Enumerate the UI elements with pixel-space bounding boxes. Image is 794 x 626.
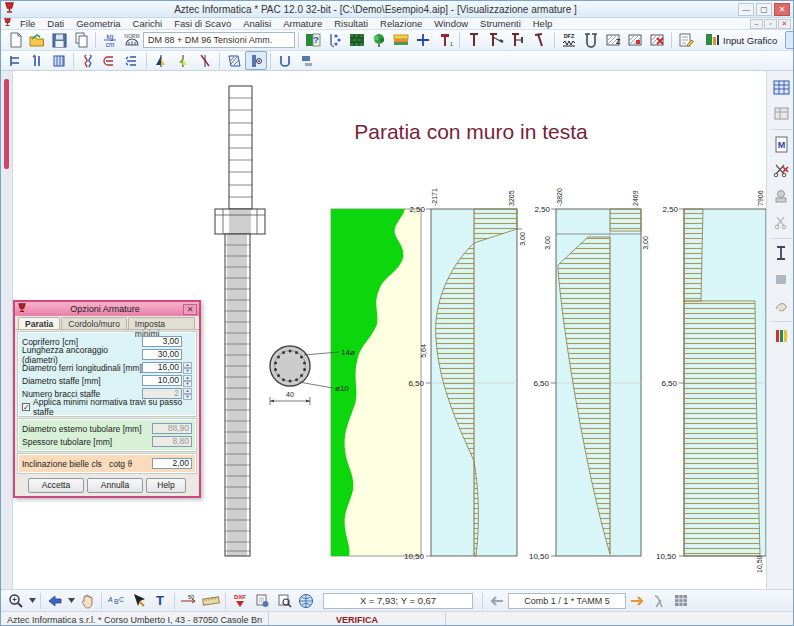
table-icon[interactable] [769, 75, 793, 99]
diametro-staffe-field[interactable]: 10,00 [142, 375, 182, 386]
hatch-icon[interactable] [624, 31, 646, 50]
fill-square-icon[interactable] [769, 267, 793, 291]
menu-window[interactable]: Window [428, 18, 474, 29]
hatch-delete-icon[interactable] [646, 31, 668, 50]
stirrup-double-icon[interactable] [121, 51, 143, 70]
bricks-icon[interactable] [346, 31, 368, 50]
wall-section-icon[interactable] [4, 51, 26, 70]
pile-hammer-icon[interactable]: 1 [434, 31, 456, 50]
pile-anchor-icon[interactable] [485, 31, 507, 50]
hatch-z-icon[interactable]: Z [602, 31, 624, 50]
shear-diagram-icon[interactable] [172, 51, 194, 70]
legend-icon[interactable] [296, 51, 318, 70]
vegetation-icon[interactable] [368, 31, 390, 50]
stirrup-e-icon[interactable] [99, 51, 121, 70]
analysis-question-icon[interactable]: ? [302, 31, 324, 50]
pile-icon[interactable] [463, 31, 485, 50]
stamp-icon[interactable] [769, 184, 793, 208]
pile-plate-icon[interactable] [507, 31, 529, 50]
menu-dati[interactable]: Dati [41, 18, 70, 29]
accetta-button[interactable]: Accetta [28, 478, 84, 493]
text-t-icon[interactable]: T [149, 591, 171, 610]
minimize-button[interactable]: — [738, 3, 754, 16]
ibeam-icon[interactable] [769, 241, 793, 265]
u-profile-icon[interactable] [274, 51, 296, 70]
menu-help[interactable]: Help [527, 18, 559, 29]
next-comb-icon[interactable] [626, 591, 648, 610]
ferri-longitudinali-field[interactable]: 16,00 [142, 362, 182, 373]
grid-icon[interactable] [670, 591, 692, 610]
report-m-icon[interactable]: M [769, 132, 793, 156]
menu-geometria[interactable]: Geometria [70, 18, 126, 29]
menu-fasi-di-scavo[interactable]: Fasi di Scavo [168, 18, 237, 29]
grafica-button[interactable]: Grafica [785, 31, 794, 49]
notes-icon[interactable] [675, 31, 697, 50]
tab-imposta-minimi[interactable]: Imposta minimi [128, 317, 195, 329]
tab-cordolo-muro[interactable]: Cordolo/muro [61, 317, 127, 329]
pressure-line-icon[interactable] [194, 51, 216, 70]
zoom-menu-arrow-icon[interactable] [27, 591, 37, 610]
copy-icon[interactable] [70, 31, 92, 50]
normative-selector[interactable]: DM 88 + DM 96 Tensioni Amm. [143, 32, 295, 48]
dock-handle[interactable] [4, 79, 9, 169]
dialog-title-bar[interactable]: Opzioni Armature ✕ [15, 302, 199, 316]
mdi-restore-button[interactable]: ▫ [764, 19, 777, 29]
normative-icon[interactable]: NORM [121, 31, 143, 50]
cut-remove-icon[interactable] [769, 158, 793, 182]
pile-section-icon[interactable] [245, 51, 267, 70]
menu-analisi[interactable]: Analisi [237, 18, 277, 29]
lambda-icon[interactable] [648, 591, 670, 610]
menu-armature[interactable]: Armature [277, 18, 328, 29]
dialog-close-icon[interactable]: ✕ [183, 304, 197, 315]
moment-diagram-icon[interactable] [150, 51, 172, 70]
zoom-icon[interactable] [5, 591, 27, 610]
color-bars-icon[interactable] [769, 324, 793, 348]
help-button[interactable]: Help [146, 478, 186, 493]
soil-layers-icon[interactable] [390, 31, 412, 50]
menu-relazione[interactable]: Relazione [374, 18, 428, 29]
annulla-button[interactable]: Annulla [87, 478, 143, 493]
rebar-mesh-icon[interactable] [48, 51, 70, 70]
stirrup-s-icon[interactable] [77, 51, 99, 70]
units-kgcm-icon[interactable]: kgcm [99, 31, 121, 50]
rebar-vertical-icon[interactable] [26, 51, 48, 70]
ferri-longitudinali-spinner[interactable]: ▲▼ [183, 362, 192, 373]
text-abc-icon[interactable]: ABC [105, 591, 127, 610]
menu-file[interactable]: File [14, 18, 41, 29]
sketch-icon[interactable] [769, 293, 793, 317]
print-setup-icon[interactable] [251, 591, 273, 610]
web-globe-icon[interactable] [295, 591, 317, 610]
spring-dfz-icon[interactable]: DFZ [558, 31, 580, 50]
menu-strumenti[interactable]: Strumenti [474, 18, 527, 29]
prev-comb-icon[interactable] [486, 591, 508, 610]
bielle-field[interactable]: 2,00 [152, 458, 192, 469]
combination-selector[interactable]: Comb 1 / 1 * TAMM 5 [508, 593, 626, 609]
input-grafico-button[interactable]: Input Grafico [697, 31, 785, 49]
save-icon[interactable] [48, 31, 70, 50]
cut-icon[interactable] [769, 210, 793, 234]
numbering-icon[interactable] [324, 31, 346, 50]
open-folder-icon[interactable] [26, 31, 48, 50]
ancoraggio-field[interactable]: 30,00 [142, 349, 182, 360]
tab-paratia[interactable]: Paratia [18, 317, 60, 329]
maximize-button[interactable]: ▢ [756, 3, 772, 16]
undo-view-icon[interactable] [44, 591, 66, 610]
mdi-minimize-button[interactable]: ‒ [750, 19, 763, 29]
undo-menu-arrow-icon[interactable] [66, 591, 76, 610]
dxf-export-icon[interactable]: DXF [229, 591, 251, 610]
diametro-staffe-spinner[interactable]: ▲▼ [183, 375, 192, 386]
minimi-normativa-checkbox[interactable]: ✓ [22, 403, 30, 411]
hatch-section-icon[interactable] [223, 51, 245, 70]
print-preview-icon[interactable] [273, 591, 295, 610]
table-export-icon[interactable] [769, 101, 793, 125]
new-document-icon[interactable] [4, 31, 26, 50]
close-button[interactable]: ✕ [774, 3, 790, 16]
pan-hand-icon[interactable] [76, 591, 98, 610]
ruler-icon[interactable] [200, 591, 222, 610]
menu-risultati[interactable]: Risultati [328, 18, 374, 29]
pile-tieback-icon[interactable] [529, 31, 551, 50]
menu-carichi[interactable]: Carichi [127, 18, 169, 29]
copriferro-field[interactable]: 3,00 [142, 336, 182, 347]
mdi-close-button[interactable]: ✕ [778, 19, 791, 29]
axes-icon[interactable] [412, 31, 434, 50]
